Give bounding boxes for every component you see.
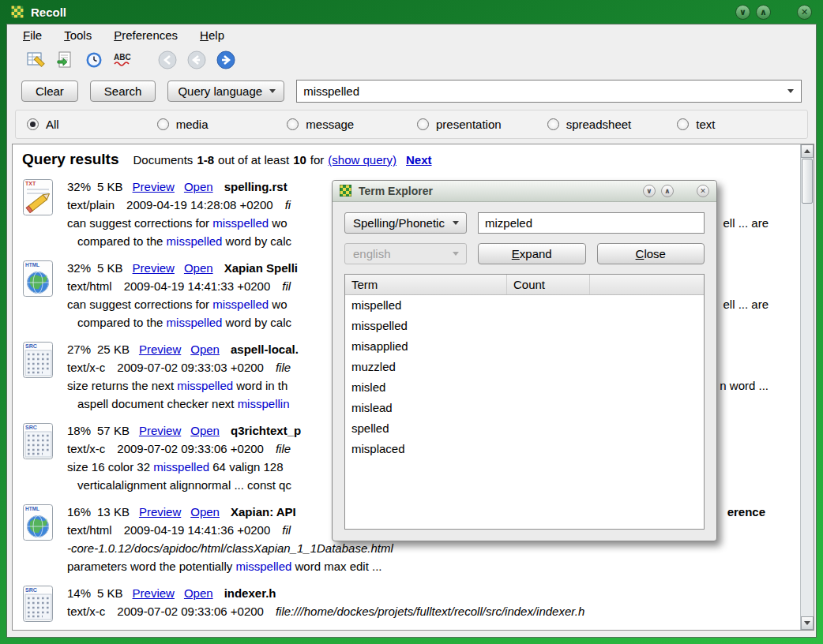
query-language-label: Query language — [178, 84, 262, 98]
filter-row: Allmediamessagepresentationspreadsheette… — [15, 110, 808, 139]
unshade-icon[interactable]: ∧ — [756, 5, 771, 20]
result-snippet-line: parameters word the potentially misspell… — [67, 557, 800, 575]
term-row[interactable]: mispelled — [345, 295, 704, 316]
preview-link[interactable]: Preview — [133, 586, 175, 600]
filter-option-media[interactable]: media — [157, 118, 287, 131]
term-cell: misplaced — [351, 442, 405, 455]
result-url: fi — [285, 198, 291, 212]
preview-link[interactable]: Preview — [133, 261, 175, 275]
preview-link[interactable]: Preview — [139, 505, 181, 519]
open-link[interactable]: Open — [190, 424, 220, 437]
clear-button[interactable]: Clear — [21, 80, 78, 102]
clear-search-icon[interactable] — [24, 49, 47, 71]
term-input[interactable] — [478, 212, 705, 234]
term-row[interactable]: misplaced — [345, 439, 704, 459]
search-button[interactable]: Search — [90, 80, 156, 102]
term-table: Term Count mispelledmisspelledmisapplied… — [344, 274, 705, 530]
result-title: aspell-local. — [231, 343, 299, 356]
open-link[interactable]: Open — [190, 505, 220, 519]
filter-option-text[interactable]: text — [677, 118, 807, 131]
term-column-header[interactable]: Term — [345, 275, 507, 294]
menu-file[interactable]: File — [23, 28, 42, 42]
filter-option-all[interactable]: All — [27, 118, 157, 131]
preview-link[interactable]: Preview — [139, 343, 181, 356]
open-link[interactable]: Open — [184, 180, 213, 193]
highlight-term: misspelled — [167, 234, 223, 248]
scroll-down-icon[interactable] — [801, 616, 814, 630]
results-scrollbar[interactable] — [800, 144, 814, 630]
radio-icon — [27, 118, 39, 130]
source-file-icon: SRC — [22, 340, 57, 413]
preview-link[interactable]: Preview — [139, 424, 181, 437]
snippet-text: word in th — [233, 379, 287, 392]
close-icon[interactable]: ✕ — [697, 185, 709, 197]
filter-label: text — [696, 118, 715, 131]
result-relevance: 18% — [67, 424, 91, 437]
dialog-titlebar[interactable]: Term Explorer ∨ ∧ ✕ — [333, 181, 716, 202]
result-title: spelling.rst — [224, 180, 287, 193]
query-input[interactable] — [297, 84, 787, 98]
unshade-icon[interactable]: ∧ — [661, 185, 674, 197]
highlight-term: misspelled — [212, 298, 269, 311]
chevron-down-icon[interactable] — [787, 89, 794, 93]
result-url: fil — [282, 279, 291, 293]
term-match-type-select[interactable]: Spelling/Phonetic — [344, 212, 467, 234]
menu-preferences[interactable]: Preferences — [114, 28, 178, 42]
next-page-link[interactable]: Next — [406, 153, 432, 167]
snippet-text: wo — [269, 216, 287, 230]
result-date: 2009-04-19 14:28:08 +0200 — [126, 198, 273, 212]
history-clock-icon[interactable] — [83, 49, 105, 71]
snippet-text: compared to the — [77, 234, 167, 248]
html-file-icon: HTML — [22, 259, 57, 331]
preview-link[interactable]: Preview — [133, 180, 175, 193]
filter-option-spreadsheet[interactable]: spreadsheet — [547, 118, 678, 131]
expand-button[interactable]: Expand — [478, 243, 586, 264]
search-row: Clear Search Query language — [7, 74, 816, 107]
show-query-link[interactable]: (show query) — [328, 153, 396, 167]
previous-page-icon[interactable] — [186, 49, 208, 71]
scroll-thumb[interactable] — [802, 159, 813, 204]
term-row[interactable]: misled — [345, 377, 704, 398]
open-link[interactable]: Open — [184, 586, 213, 600]
result-relevance: 14% — [67, 586, 91, 600]
highlight-term: misspelled — [212, 216, 269, 230]
open-link[interactable]: Open — [190, 343, 220, 356]
save-results-icon[interactable] — [54, 49, 76, 71]
radio-icon — [287, 118, 299, 130]
query-language-select[interactable]: Query language — [167, 80, 284, 102]
result-mime: text/x-c — [67, 361, 105, 374]
close-icon[interactable]: ✕ — [797, 5, 812, 20]
first-page-icon[interactable] — [156, 49, 179, 71]
menu-tools[interactable]: Tools — [64, 28, 92, 42]
filter-option-presentation[interactable]: presentation — [417, 118, 547, 131]
result-url: fil — [282, 523, 291, 537]
result-date: 2009-04-19 14:41:36 +0200 — [124, 523, 271, 537]
snippet-fragment: n word ... — [720, 376, 769, 395]
term-row[interactable]: misspelled — [345, 316, 704, 336]
term-row[interactable]: spelled — [345, 418, 704, 439]
term-row[interactable]: misapplied — [345, 336, 704, 357]
filter-label: message — [306, 118, 354, 131]
window-titlebar[interactable]: Recoll ∨ ∧ ✕ — [0, 0, 823, 24]
shade-icon[interactable]: ∨ — [643, 185, 656, 197]
open-link[interactable]: Open — [184, 261, 213, 275]
desktop: Recoll ∨ ∧ ✕ File Tools Preferences Help — [0, 0, 823, 644]
filter-option-message[interactable]: message — [287, 118, 417, 131]
menu-help[interactable]: Help — [200, 28, 224, 42]
term-explorer-icon[interactable]: ABC — [112, 49, 134, 71]
query-combobox — [296, 80, 802, 103]
term-row[interactable]: mislead — [345, 398, 704, 418]
count-column-header[interactable]: Count — [507, 275, 590, 294]
chevron-down-icon — [453, 252, 459, 256]
term-row[interactable]: muzzled — [345, 357, 704, 377]
result-mime: text/plain — [67, 198, 115, 212]
svg-text:HTML: HTML — [25, 262, 39, 268]
source-file-icon: SRC — [22, 584, 57, 623]
result-date: 2009-04-19 14:41:33 +0200 — [124, 279, 271, 293]
svg-text:ABC: ABC — [114, 53, 131, 62]
radio-icon — [417, 118, 429, 130]
next-page-icon[interactable] — [215, 49, 237, 71]
close-dialog-button[interactable]: Close — [597, 243, 705, 264]
scroll-up-icon[interactable] — [801, 144, 814, 158]
shade-icon[interactable]: ∨ — [735, 5, 750, 20]
